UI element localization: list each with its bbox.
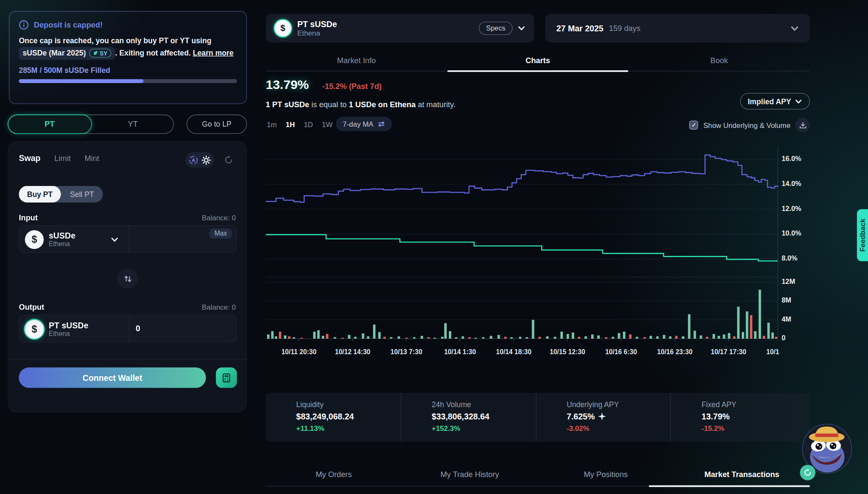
history-tabs-underline bbox=[266, 486, 810, 486]
swap-settings-group: A bbox=[186, 152, 214, 168]
tab-yt[interactable]: YT bbox=[92, 115, 173, 133]
refresh-icon[interactable] bbox=[224, 155, 233, 164]
y-tick: 14.0% bbox=[782, 180, 801, 187]
maturity-selector[interactable]: 27 Mar 2025 159 days bbox=[545, 14, 810, 43]
swap-direction-button[interactable] bbox=[117, 268, 138, 289]
input-amount-field[interactable] bbox=[136, 238, 224, 249]
buy-pt-button[interactable]: Buy PT bbox=[19, 186, 61, 203]
x-tick: 10/13 7:30 bbox=[390, 348, 422, 356]
tab-market-info[interactable]: Market Info bbox=[266, 56, 447, 71]
sell-pt-button[interactable]: Sell PT bbox=[61, 186, 103, 203]
tab-book[interactable]: Book bbox=[629, 56, 810, 71]
specs-button[interactable]: Specs bbox=[479, 22, 512, 35]
output-balance: Balance: 0 bbox=[202, 303, 236, 312]
input-label: Input bbox=[19, 213, 38, 222]
calculator-button[interactable] bbox=[216, 367, 237, 388]
max-button[interactable]: Max bbox=[209, 228, 232, 239]
show-underlying-label: Show Underlying & Volume bbox=[703, 121, 790, 129]
y-tick: 16.0% bbox=[782, 155, 801, 163]
susde-coin-icon: $ bbox=[25, 230, 44, 249]
tab-pt[interactable]: PT bbox=[8, 114, 92, 134]
market-token-name: PT sUSDe bbox=[297, 19, 479, 29]
chart-canvas[interactable] bbox=[266, 147, 810, 346]
pt-susde-coin-icon: $ bbox=[275, 20, 291, 36]
x-tick: 10/15 12:30 bbox=[550, 348, 585, 356]
notice-title: Deposit is capped! bbox=[34, 20, 103, 29]
y-tick: 8.0% bbox=[782, 255, 797, 262]
calculator-icon bbox=[221, 373, 231, 383]
tab-charts[interactable]: Charts bbox=[447, 56, 629, 71]
tab-swap[interactable]: Swap bbox=[19, 153, 40, 163]
implied-apy-dropdown[interactable]: Implied APY bbox=[740, 93, 810, 109]
download-chart-button[interactable] bbox=[796, 118, 810, 132]
market-header-card[interactable]: $ PT sUSDe Ethena Specs bbox=[266, 14, 534, 43]
tabs-underline bbox=[266, 71, 810, 71]
y-tick: 4M bbox=[782, 315, 791, 323]
app-root: Deposit is capped! Once cap is reached, … bbox=[0, 0, 868, 494]
active-tab-indicator bbox=[447, 70, 629, 72]
apy-volume-chart[interactable]: 16.0%14.0%12.0%10.0%8.0%12M8M4M0 10/11 2… bbox=[266, 147, 810, 364]
chevron-down-icon bbox=[790, 24, 799, 33]
stat-24h-volume: 24h Volume $33,806,328.64 +152.3% bbox=[401, 393, 535, 441]
x-tick: 10/14 1:30 bbox=[444, 348, 476, 356]
tab-my-positions[interactable]: My Positions bbox=[538, 470, 674, 479]
info-icon bbox=[19, 20, 29, 30]
buy-sell-toggle: Buy PT Sell PT bbox=[19, 186, 103, 203]
susde-chip: sUSDe (Mar 2025) SY bbox=[19, 47, 115, 60]
tab-my-trade-history[interactable]: My Trade History bbox=[402, 470, 538, 479]
maturity-date: 27 Mar 2025 bbox=[556, 24, 604, 33]
leaf-icon bbox=[93, 50, 98, 56]
download-icon bbox=[799, 122, 806, 129]
chevron-down-icon bbox=[795, 98, 802, 105]
range-1W[interactable]: 1W bbox=[322, 121, 332, 129]
range-1H[interactable]: 1H bbox=[286, 121, 295, 129]
auto-routing-icon[interactable]: A bbox=[189, 155, 198, 164]
x-tick: 10/12 14:30 bbox=[335, 348, 370, 356]
output-amount: 0 bbox=[136, 324, 140, 333]
x-tick: 10/16 6:30 bbox=[605, 348, 637, 356]
connect-wallet-button[interactable]: Connect Wallet bbox=[19, 367, 206, 388]
chart-x-axis: 10/11 20:3010/12 14:3010/13 7:3010/14 1:… bbox=[266, 348, 779, 357]
maturity-description: 1 PT sUSDe is equal to 1 USDe on Ethena … bbox=[266, 100, 456, 109]
chat-refresh-button[interactable] bbox=[800, 465, 815, 480]
pt-yt-toggle: PT YT bbox=[8, 114, 174, 134]
pt-susde-coin-icon: $ bbox=[25, 320, 44, 339]
notice-body: Once cap is reached, you can only buy PT… bbox=[19, 36, 237, 60]
feedback-tab[interactable]: Feedback bbox=[857, 209, 868, 261]
current-apy: 13.79% bbox=[266, 78, 309, 92]
deposit-cap-notice: Deposit is capped! Once cap is reached, … bbox=[9, 11, 247, 104]
learn-more-link[interactable]: Learn more bbox=[193, 49, 234, 57]
range-1D[interactable]: 1D bbox=[304, 121, 313, 129]
days-to-maturity: 159 days bbox=[609, 24, 790, 33]
cap-fill-text: 285M / 500M sUSDe Filled bbox=[19, 67, 237, 75]
chevron-down-icon[interactable] bbox=[517, 24, 525, 32]
gear-icon[interactable] bbox=[201, 155, 211, 164]
show-underlying-checkbox[interactable]: ✓ bbox=[690, 121, 698, 130]
x-tick: 10/18 8:30 bbox=[766, 348, 779, 356]
y-tick: 12.0% bbox=[782, 205, 801, 212]
tab-my-orders[interactable]: My Orders bbox=[266, 470, 402, 479]
show-underlying-control: ✓ Show Underlying & Volume bbox=[690, 118, 810, 132]
time-range-selector: 1m1H1D1W bbox=[267, 121, 333, 129]
range-1m[interactable]: 1m bbox=[267, 121, 277, 129]
y-tick: 0 bbox=[782, 334, 785, 342]
cap-progress-track bbox=[19, 79, 237, 83]
y-tick: 12M bbox=[782, 278, 795, 286]
tab-limit[interactable]: Limit bbox=[54, 153, 71, 162]
x-tick: 10/16 23:30 bbox=[657, 348, 693, 356]
ma-toggle-button[interactable]: 7-day MA bbox=[336, 117, 392, 131]
input-token-selector[interactable]: $ sUSDe Ethena bbox=[25, 230, 75, 249]
tab-mint[interactable]: Mint bbox=[85, 153, 100, 162]
cap-progress-fill bbox=[19, 79, 143, 83]
sparkle-icon bbox=[598, 412, 606, 421]
swap-vertical-icon bbox=[123, 274, 132, 283]
y-tick: 10.0% bbox=[782, 230, 801, 237]
refresh-icon bbox=[804, 469, 811, 476]
stat-liquidity: Liquidity $83,249,068.24 +11.13% bbox=[266, 393, 401, 441]
y-tick: 8M bbox=[782, 297, 791, 304]
x-tick: 10/17 17:30 bbox=[711, 348, 746, 356]
output-token-selector[interactable]: $ PT sUSDe Ethena bbox=[25, 320, 89, 339]
go-to-lp-button[interactable]: Go to LP bbox=[186, 114, 247, 134]
tab-market-transactions[interactable]: Market Transactions bbox=[674, 470, 810, 479]
market-network: Ethena bbox=[297, 29, 479, 37]
